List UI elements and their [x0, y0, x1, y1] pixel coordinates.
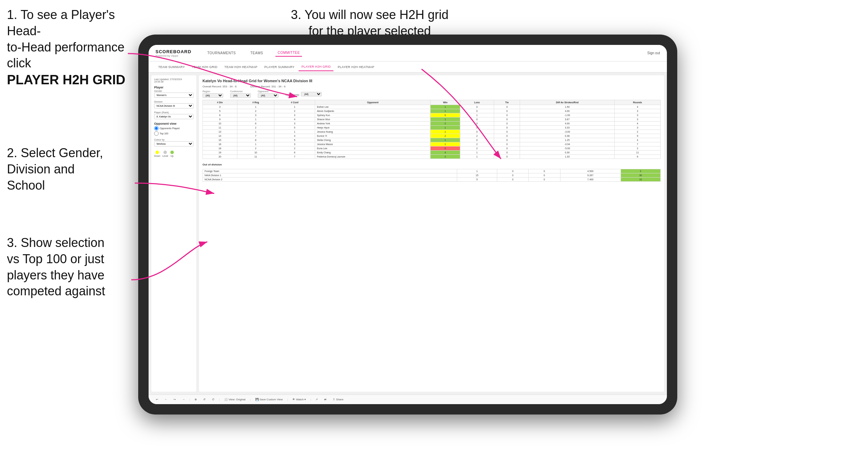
- tablet-screen: SCOREBOARD Powered by clippd TOURNAMENTS…: [149, 45, 667, 404]
- region-filter: Region (All): [202, 90, 223, 98]
- logo-sub: Powered by clippd: [155, 54, 191, 57]
- toolbar-refresh[interactable]: ↺: [201, 397, 207, 402]
- th-win: Win: [431, 100, 460, 105]
- gender-select[interactable]: Women's Men's: [154, 93, 194, 98]
- opponent-view-title: Opponent view: [154, 122, 194, 125]
- player-rank-label: Player (Rank): [154, 111, 194, 114]
- filter-row: Region (All) Conference (All) Opponent: [202, 90, 661, 98]
- sub-nav: TEAM SUMMARY TEAM H2H GRID TEAM H2H HEAT…: [149, 61, 667, 73]
- tablet: SCOREBOARD Powered by clippd TOURNAMENTS…: [138, 35, 677, 414]
- table-row: 10 6 3 Andrea York 2 0 0 4.00 4: [203, 122, 661, 126]
- toolbar-undo[interactable]: ↩: [154, 397, 160, 402]
- panel-timestamp: Last Updated: 27/03/2024 16:55:38: [154, 78, 194, 83]
- radio-top100[interactable]: Top 100: [154, 131, 194, 136]
- out-of-division-header: Out of division: [202, 163, 661, 166]
- sub-nav-player-h2h-grid[interactable]: PLAYER H2H GRID: [299, 63, 333, 71]
- table-row: 19 10 6 Emily Chang 4 1 0 0.30 11: [203, 151, 661, 155]
- conference-filter: Conference (All): [230, 90, 251, 98]
- table-row: 14 7 4 Eunice Yi 2 2 0 0.38 9: [203, 134, 661, 138]
- colour-by-select[interactable]: Win/loss: [154, 141, 194, 146]
- toolbar-watch[interactable]: 👁 Watch ▾: [291, 397, 308, 402]
- instruction-bot-left: 3. Show selectionvs Top 100 or justplaye…: [7, 235, 138, 299]
- radio-group: Opponents Played Top 100: [154, 126, 194, 136]
- top-nav: SCOREBOARD Powered by clippd TOURNAMENTS…: [149, 45, 667, 61]
- sub-nav-player-summary[interactable]: PLAYER SUMMARY: [262, 63, 297, 71]
- th-loss: Loss: [460, 100, 494, 105]
- nav-tournaments[interactable]: TOURNAMENTS: [205, 50, 238, 56]
- logo-area: SCOREBOARD Powered by clippd: [155, 49, 191, 57]
- out-of-division-table: Foreign Team 1 0 0 4.500 2 NAIA Division…: [202, 169, 661, 182]
- division-label: Division: [154, 101, 194, 103]
- nav-committee[interactable]: COMMITTEE: [275, 49, 302, 57]
- toolbar-timer[interactable]: ⏱: [210, 397, 216, 402]
- conference-select[interactable]: (All): [230, 93, 251, 98]
- legend-level-label: Level: [162, 155, 168, 157]
- gender-label: Gender: [154, 90, 194, 92]
- legend-down-label: Down: [154, 155, 160, 157]
- colour-by-label: Colour by: [154, 139, 194, 141]
- table-row: 5 2 2 Alexis Sudjianto 1 0 0 4.00 3: [203, 109, 661, 113]
- sub-nav-team-h2h-heatmap[interactable]: TEAM H2H HEATMAP: [221, 63, 260, 71]
- th-diff: Diff Av Strokes/Rnd: [520, 100, 615, 105]
- table-row: 6 3 3 Sydney Kuo 0 1 0 -1.00 3: [203, 113, 661, 117]
- bottom-toolbar: ↩ ← ↪ → | ⊕ ↺ ⏱ | ⬜ View: Original | 💾 S…: [149, 394, 667, 404]
- table-row: 13 1 1 Jessica Huang 1 0 0 -3.00 2: [203, 130, 661, 134]
- division-select[interactable]: NCAA Division III NCAA Division I NCAA D…: [154, 103, 194, 108]
- th-conf: # Conf: [274, 100, 315, 105]
- grid-subtitle: Overall Record: 353 - 34 - 6 Division Re…: [202, 85, 661, 88]
- table-row: 18 2 2 Euna Lee 0 2 0 -5.00 2: [203, 146, 661, 151]
- toolbar-view-original[interactable]: ⬜ View: Original: [223, 397, 247, 402]
- toolbar-forward[interactable]: →: [180, 397, 187, 402]
- toolbar-save-custom-view[interactable]: 💾 Save Custom View: [254, 397, 285, 402]
- sub-nav-team-summary[interactable]: TEAM SUMMARY: [155, 63, 188, 71]
- logo-text: SCOREBOARD: [155, 49, 191, 54]
- nav-teams[interactable]: TEAMS: [248, 50, 265, 56]
- toolbar-add[interactable]: ⊕: [193, 397, 199, 402]
- table-row: 9 1 4 Sharon Mun 1 0 0 3.67 3: [203, 117, 661, 122]
- division-record: Division Record: 331 - 34 - 6: [251, 85, 285, 88]
- opponents-label: Opponents:: [285, 93, 300, 96]
- th-opponent: Opponent: [315, 100, 431, 105]
- table-row: 16 1 3 Jessica Mason 1 2 0 -0.94 7: [203, 142, 661, 146]
- legend-up-dot: [170, 151, 174, 154]
- overall-record: Overall Record: 353 - 34 - 6: [202, 85, 237, 88]
- radio-opponents-played[interactable]: Opponents Played: [154, 126, 194, 131]
- player-rank-select[interactable]: 8. Katelyn Vo: [154, 114, 194, 119]
- sub-nav-player-h2h-heatmap[interactable]: PLAYER H2H HEATMAP: [335, 63, 377, 71]
- table-row: 15 8 5 Stella Cheng 1 0 0 1.25 4: [203, 138, 661, 142]
- ood-table-row: NCAA Division 2 5 0 0 7.400 10: [203, 178, 661, 182]
- instruction-mid-left: 2. Select Gender, Division and School: [7, 145, 135, 193]
- th-div: # Div: [203, 100, 237, 105]
- toolbar-swap[interactable]: ⇄: [322, 397, 328, 402]
- ood-table-row: NAIA Division 1 15 0 0 9.267 30: [203, 173, 661, 178]
- ood-table-row: Foreign Team 1 0 0 4.500 2: [203, 169, 661, 173]
- legend-level-dot: [163, 151, 167, 154]
- opponent-select[interactable]: (All): [258, 93, 279, 98]
- th-reg: # Reg: [237, 100, 274, 105]
- left-panel: Last Updated: 27/03/2024 16:55:38 Player…: [151, 75, 196, 392]
- colour-legend: Down Level Up: [154, 151, 194, 157]
- toolbar-share[interactable]: ⇪ Share: [331, 397, 345, 402]
- opponent-filter: Opponent (All): [258, 90, 279, 98]
- player-section-title: Player: [154, 86, 194, 89]
- instruction-top-left: 1. To see a Player's Head- to-Head perfo…: [7, 7, 135, 89]
- sign-out-button[interactable]: Sign out: [647, 51, 660, 55]
- table-row: 20 11 7 Federica Domecq Lacroze 2 1 0 1.…: [203, 155, 661, 159]
- toolbar-export[interactable]: ↗: [314, 397, 320, 402]
- region-label: Region: [202, 90, 223, 93]
- toolbar-back[interactable]: ←: [163, 397, 169, 402]
- th-rounds: Rounds: [614, 100, 660, 105]
- table-row: 11 2 5 Heejo Hyun 1 0 0 3.33 3: [203, 126, 661, 130]
- th-tie: Tie: [494, 100, 520, 105]
- main-content: Last Updated: 27/03/2024 16:55:38 Player…: [149, 73, 667, 394]
- right-panel: Katelyn Vo Head-to-Head Grid for Women's…: [199, 75, 664, 392]
- grid-title: Katelyn Vo Head-to-Head Grid for Women's…: [202, 79, 661, 83]
- main-data-table: # Div # Reg # Conf Opponent Win Loss Tie…: [202, 100, 661, 159]
- sub-nav-team-h2h-grid[interactable]: TEAM H2H GRID: [189, 63, 220, 71]
- region-select[interactable]: (All): [202, 93, 223, 98]
- toolbar-redo[interactable]: ↪: [172, 397, 178, 402]
- legend-down-dot: [155, 151, 159, 154]
- opponent-filter-label: Opponent: [258, 90, 279, 93]
- opponents-value-select[interactable]: (All): [301, 92, 322, 96]
- conference-label: Conference: [230, 90, 251, 93]
